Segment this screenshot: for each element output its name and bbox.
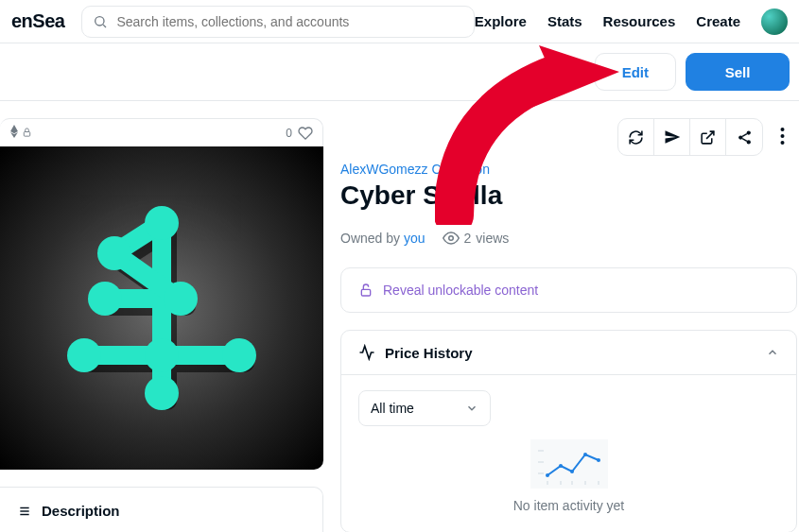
svg-point-37 (597, 458, 600, 462)
owner-link[interactable]: you (404, 231, 426, 246)
owner-row: Owned by you 2 views (340, 230, 797, 247)
avatar[interactable] (761, 9, 788, 35)
svg-point-0 (96, 16, 104, 25)
svg-point-36 (583, 453, 587, 456)
price-history-body: All time No item activity yet (341, 374, 796, 532)
favorite-area[interactable]: 0 (286, 126, 313, 141)
nav-stats[interactable]: Stats (547, 13, 582, 29)
unlock-content-button[interactable]: Reveal unlockable content (340, 267, 797, 313)
svg-line-1 (104, 25, 107, 27)
svg-point-13 (67, 338, 101, 372)
more-vertical-icon (780, 128, 785, 145)
nav-resources[interactable]: Resources (603, 13, 676, 29)
price-history-title: Price History (385, 345, 473, 361)
ethereum-icon (9, 125, 19, 138)
item-title: Cyber Scrilla (340, 180, 797, 211)
transfer-button[interactable] (654, 119, 690, 155)
external-link-icon (700, 129, 716, 146)
sell-button[interactable]: Sell (686, 53, 790, 91)
item-action-icons (340, 118, 797, 156)
search-icon (93, 14, 108, 29)
description-title: Description (42, 503, 120, 519)
nav-explore[interactable]: Explore (475, 13, 527, 29)
action-bar: Edit Sell (0, 43, 799, 101)
share-button[interactable] (726, 119, 762, 155)
svg-rect-28 (361, 289, 370, 296)
external-link-button[interactable] (690, 119, 726, 155)
svg-point-16 (145, 376, 179, 410)
share-icon (737, 129, 753, 146)
price-history-header[interactable]: Price History (341, 331, 796, 374)
item-image[interactable] (0, 146, 323, 470)
activity-icon (358, 344, 375, 361)
refresh-icon (628, 129, 644, 146)
svg-point-9 (145, 206, 179, 240)
more-button[interactable] (767, 118, 797, 154)
eye-icon (443, 230, 460, 247)
svg-point-12 (164, 282, 198, 316)
views-count: 2 (464, 231, 472, 246)
favorite-count: 0 (286, 127, 292, 140)
svg-point-10 (97, 236, 131, 270)
unlock-label: Reveal unlockable content (383, 283, 538, 298)
chain-icons (9, 125, 32, 141)
content: 0 (0, 101, 799, 532)
list-icon (17, 505, 32, 518)
empty-chart: No item activity yet (358, 439, 779, 513)
time-range-select[interactable]: All time (358, 390, 491, 426)
chevron-down-icon (465, 402, 478, 415)
description-header[interactable]: Description (0, 488, 322, 532)
svg-point-21 (746, 130, 750, 134)
svg-point-15 (145, 338, 179, 372)
views-label: views (476, 231, 509, 246)
svg-line-20 (706, 131, 714, 139)
heart-icon (298, 126, 313, 141)
svg-point-14 (222, 338, 256, 372)
search-input[interactable] (81, 6, 474, 38)
collection-link[interactable]: AlexWGomezz Collection (340, 162, 797, 177)
right-column: AlexWGomezz Collection Cyber Scrilla Own… (340, 118, 799, 532)
svg-rect-29 (530, 439, 608, 489)
empty-chart-label: No item activity yet (358, 498, 779, 513)
owned-by-label: Owned by (340, 231, 400, 246)
image-topbar: 0 (0, 118, 323, 146)
svg-point-23 (746, 140, 750, 144)
edit-button[interactable]: Edit (595, 53, 676, 91)
nav: Explore Stats Resources Create (475, 9, 788, 35)
price-history-section: Price History All time (340, 330, 797, 532)
owned-by: Owned by you (340, 231, 426, 246)
svg-point-11 (88, 282, 122, 316)
chevron-up-icon (766, 346, 779, 359)
unlock-icon (358, 282, 373, 299)
svg-rect-2 (25, 132, 30, 137)
logo[interactable]: enSea (11, 10, 64, 32)
views: 2 views (443, 230, 510, 247)
time-range-value: All time (371, 401, 414, 416)
svg-point-35 (570, 470, 574, 473)
nft-glyph-icon (48, 195, 275, 421)
icon-group (617, 118, 763, 156)
svg-point-34 (559, 464, 563, 468)
send-icon (664, 129, 681, 146)
svg-point-24 (780, 128, 784, 131)
svg-point-27 (448, 236, 453, 241)
svg-point-33 (546, 473, 549, 477)
refresh-button[interactable] (618, 119, 654, 155)
nav-create[interactable]: Create (696, 13, 740, 29)
svg-point-25 (780, 134, 784, 138)
svg-point-26 (780, 141, 784, 145)
left-column: 0 (0, 118, 323, 532)
header: enSea Explore Stats Resources Create (0, 0, 799, 43)
search-wrap (81, 6, 474, 38)
description-card: Description (0, 487, 323, 532)
chart-placeholder-icon (530, 439, 608, 489)
lock-icon (22, 127, 32, 138)
svg-point-22 (738, 135, 742, 139)
